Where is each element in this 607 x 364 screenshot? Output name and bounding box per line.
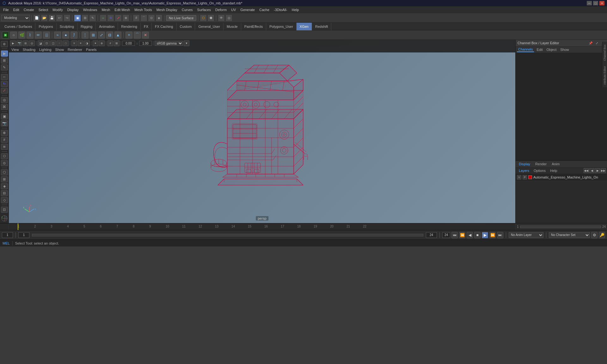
layer-subtab-options[interactable]: Options	[532, 168, 548, 173]
menu-edit[interactable]: Edit	[11, 7, 21, 12]
xgen-brush-btn[interactable]: ✏	[35, 32, 42, 39]
select-tool-btn[interactable]: ▣	[74, 15, 81, 21]
xgen-hair-btn[interactable]: ⌇	[27, 32, 34, 39]
lasso-select-btn[interactable]: ⊞	[82, 15, 89, 21]
vp-btn-isolate[interactable]: ◎	[29, 40, 35, 46]
step-back-btn[interactable]: ⏪	[459, 232, 465, 238]
left-btn-lasso[interactable]: ⊞	[1, 58, 8, 64]
step-fwd-btn[interactable]: ⏩	[489, 232, 496, 238]
layer-prev-btn[interactable]: ◀◀	[584, 168, 589, 173]
menu-curves[interactable]: Curves	[180, 7, 195, 12]
left-btn-region[interactable]: ▣	[1, 113, 8, 119]
new-scene-btn[interactable]: 📄	[33, 15, 40, 21]
left-btn-show-manip[interactable]: ⊕	[1, 130, 8, 136]
cb-tab-pin[interactable]: 📌	[587, 41, 594, 45]
tab-custom[interactable]: Custom	[177, 23, 195, 30]
vp-value1-input[interactable]: 0.00	[122, 41, 135, 46]
layer-playback[interactable]: P	[523, 175, 527, 179]
menu-file[interactable]: File	[1, 7, 11, 12]
open-scene-btn[interactable]: 📂	[41, 15, 48, 21]
vp-btn-grid[interactable]: #	[107, 40, 113, 46]
menu-create[interactable]: Create	[22, 7, 36, 12]
timeline-numbers[interactable]: 1 2 3 4 5 6 7 8 9 10 11 12 13 14 15 16 1…	[18, 223, 424, 230]
left-btn-crease[interactable]: ≋	[1, 144, 8, 150]
left-btn-rotate[interactable]: ↻	[1, 81, 8, 87]
tab-fx-caching[interactable]: FX Caching	[152, 23, 176, 30]
frame-rate-input[interactable]: 24	[442, 232, 450, 238]
layer-tab-anim[interactable]: Anim	[550, 161, 561, 167]
layer-color-swatch[interactable]	[528, 175, 532, 179]
tab-rigging[interactable]: Rigging	[77, 23, 96, 30]
vm-renderer[interactable]: Renderer	[66, 47, 83, 52]
menu-generate[interactable]: Generate	[238, 7, 257, 12]
vp-btn-shadows[interactable]: ◑	[84, 40, 90, 46]
menu-uv[interactable]: UV	[229, 7, 238, 12]
xgen-cross-btn[interactable]: ✕	[142, 32, 149, 39]
layer-visibility[interactable]: V	[517, 175, 521, 179]
left-btn-settings[interactable]: ⚙	[1, 41, 8, 47]
char-set-dropdown[interactable]: No Character Set	[549, 232, 590, 238]
tab-polygons-user[interactable]: Polygons_User	[266, 23, 297, 30]
char-set-btn[interactable]: ⚙	[591, 232, 598, 238]
xgen-comb-btn[interactable]: ⌹	[43, 32, 50, 39]
layer-row[interactable]: V P Automatic_Espresso_Machine_Lights_On	[516, 174, 607, 181]
layer-fwd-btn[interactable]: ▶	[595, 168, 600, 173]
layer-tab-display[interactable]: Display	[517, 161, 532, 167]
vp-btn-xray[interactable]: ✦	[93, 40, 98, 46]
title-bar-controls[interactable]: ─ □ ✕	[587, 1, 604, 5]
vp-btn-wireframe[interactable]: ⊡	[44, 40, 50, 46]
snap-surface-btn[interactable]: ◈	[156, 15, 162, 21]
vm-view[interactable]: View	[10, 47, 20, 52]
universal-manip-btn[interactable]: ⊕	[122, 15, 129, 21]
paint-select-btn[interactable]: ✎	[89, 15, 96, 21]
tab-rendering[interactable]: Rendering	[118, 23, 141, 30]
xgen-bend-btn[interactable]: ⌒	[134, 32, 141, 39]
vp-btn-bounding[interactable]: □	[63, 40, 69, 46]
play-btn[interactable]: ▶	[482, 232, 488, 238]
char-set-key-btn[interactable]: 🔑	[599, 232, 605, 238]
layer-subtab-layers[interactable]: Layers	[517, 168, 531, 173]
vm-show[interactable]: Show	[54, 47, 65, 52]
play-back-btn[interactable]: ◀	[467, 232, 473, 238]
menu-deform[interactable]: Deform	[213, 7, 229, 12]
menu-cache[interactable]: Cache	[257, 7, 271, 12]
minimize-button[interactable]: ─	[587, 1, 592, 5]
snap-point-btn[interactable]: ⊙	[148, 15, 155, 21]
menu-surfaces[interactable]: Surfaces	[195, 7, 213, 12]
left-btn-custom4[interactable]: ⊟	[1, 190, 8, 196]
current-frame-input[interactable]: 1	[2, 232, 13, 238]
show-hide-btn[interactable]: 👁	[218, 15, 225, 21]
left-btn-select[interactable]: ▶	[1, 51, 8, 57]
left-btn-artisan[interactable]: ⌘	[1, 104, 8, 110]
tab-polygons[interactable]: Polygons	[35, 23, 56, 30]
vp-btn-points[interactable]: ⁘	[57, 40, 62, 46]
xgen-plus-btn[interactable]: +	[126, 32, 132, 39]
tab-sculpting[interactable]: Sculpting	[57, 23, 77, 30]
redo-btn[interactable]: ↪	[64, 15, 71, 21]
render-btn[interactable]: ⬡	[200, 15, 207, 21]
skip-fwd-btn[interactable]: ⏭	[497, 232, 503, 238]
range-end-input[interactable]: 24	[426, 232, 437, 238]
cb-subtab-edit[interactable]: Edit	[535, 47, 544, 52]
left-btn-move[interactable]: ↔	[1, 74, 8, 80]
menu-mesh[interactable]: Mesh	[100, 7, 112, 12]
xgen-flatten-btn[interactable]: ⊟	[106, 32, 113, 39]
vm-panels[interactable]: Panels	[85, 47, 98, 52]
menu-3dtoall[interactable]: -3DtoAll-	[272, 7, 289, 12]
left-btn-custom5[interactable]: ◇	[1, 197, 8, 203]
xgen-dots-btn[interactable]: ⋮	[82, 32, 89, 39]
vp-value2-input[interactable]: 1.00	[139, 41, 152, 46]
vp-btn-shade-wire[interactable]: ◫	[50, 40, 56, 46]
tab-fx[interactable]: FX	[141, 23, 152, 30]
tab-curves-surfaces[interactable]: Curves / Surfaces	[1, 23, 35, 30]
layer-end-btn[interactable]: ▶▶	[601, 168, 606, 173]
left-btn-scale[interactable]: ⤢	[1, 88, 8, 94]
tab-general-user[interactable]: General_User	[195, 23, 223, 30]
rotate-btn[interactable]: ↻	[107, 15, 114, 21]
cb-subtab-object[interactable]: Object	[545, 47, 558, 52]
layer-tab-render[interactable]: Render	[533, 161, 549, 167]
menu-mesh-tools[interactable]: Mesh Tools	[132, 7, 154, 12]
menu-display[interactable]: Display	[65, 7, 81, 12]
cb-subtab-show[interactable]: Show	[559, 47, 570, 52]
left-btn-paint[interactable]: ✎	[1, 64, 8, 70]
